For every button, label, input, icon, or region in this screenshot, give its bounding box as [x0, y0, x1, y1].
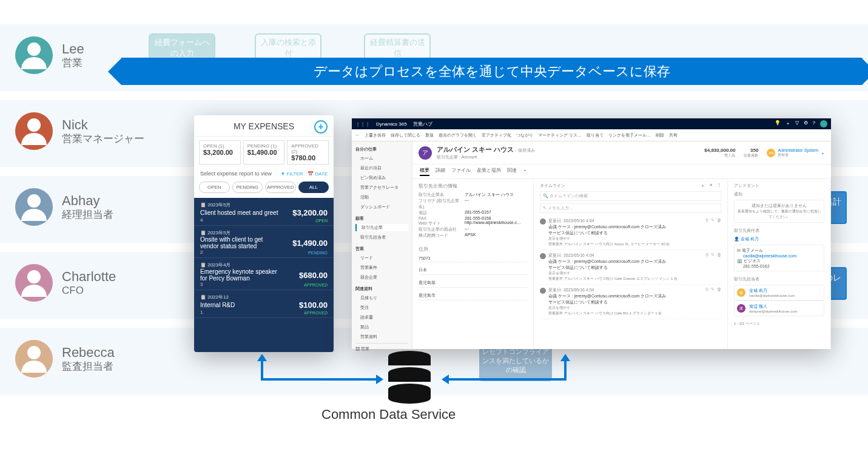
record-tab[interactable]: 詳細	[436, 167, 445, 176]
filter-pill-pending[interactable]: PENDING	[232, 181, 263, 193]
timeline-add-icon[interactable]: ＋	[701, 183, 705, 189]
nav-item[interactable]: 請求書	[355, 314, 408, 321]
tabs-more-icon[interactable]: ⌄	[523, 167, 527, 176]
filter-pill-all[interactable]: ALL	[298, 181, 329, 193]
address-line[interactable]: 鹿児島市	[419, 291, 527, 300]
database-icon	[388, 351, 431, 403]
timeline-action-icon[interactable]: ⚲	[705, 287, 708, 316]
nav-item[interactable]: 最近の項目	[355, 164, 408, 172]
record-tab[interactable]: 産業と場所	[477, 167, 501, 176]
waffle-icon[interactable]: ⋮⋮⋮	[355, 121, 370, 127]
timeline-entry[interactable]: 変更日: 2023/05/16 4:04 会議 ケース : jeremy@Con…	[540, 250, 721, 285]
nav-item[interactable]: 見積もり	[355, 294, 408, 302]
timeline-search-input[interactable]: 🔍 タイムラインの検索	[540, 191, 721, 201]
add-expense-button[interactable]: +	[314, 120, 328, 134]
timeline-action-icon[interactable]: 🗑	[717, 287, 721, 316]
address-line[interactable]: 75073	[419, 255, 527, 262]
primary-contact-link[interactable]: 👤 金城 莉乃	[734, 236, 824, 242]
assistant-title: アシスタント	[734, 183, 824, 189]
timeline-sort-icon[interactable]: ⋮	[717, 183, 721, 189]
filter-link[interactable]: ▼ FILTER	[280, 171, 303, 177]
expense-item[interactable]: 📋 2023年5月 Client hosted meet and greet$3…	[194, 198, 334, 226]
nav-item[interactable]: 取引先企業	[355, 224, 408, 231]
owner-link[interactable]: Administrator System	[778, 148, 818, 152]
user-avatar-icon[interactable]	[820, 120, 827, 127]
record-tab[interactable]: 概要	[420, 167, 429, 176]
summary-tile[interactable]: OPEN (1)$3,200.00	[199, 140, 241, 164]
avatar-icon	[15, 36, 53, 74]
cmd-item[interactable]: 非アクティブ化	[482, 132, 511, 138]
timeline-action-icon[interactable]: ✎	[711, 287, 715, 316]
nav-item[interactable]: ダッシュボード	[355, 203, 408, 211]
timeline-memo-input[interactable]: ✎ メモを入力…	[540, 203, 721, 213]
record-field[interactable]: フリガナ (取引先企業名)---	[419, 198, 527, 210]
cmd-item[interactable]: マーケティング リス…	[538, 132, 582, 138]
nav-item[interactable]: リード	[355, 254, 408, 262]
contact-phone: 281-555-0162	[737, 264, 821, 268]
d365-command-bar: ← 上書き保存保存して閉じる新規過去のグラフを開く非アクティブ化つながりマーケテ…	[352, 129, 831, 141]
timeline-action-icon[interactable]: ⚲	[705, 253, 708, 282]
timeline-entry[interactable]: 変更日: 2023/05/16 4:04 会議 ケース : jeremy@Con…	[540, 215, 721, 250]
filter-icon[interactable]: ▽	[795, 120, 799, 127]
timeline-filter-icon[interactable]: ≡	[710, 183, 712, 189]
record-field[interactable]: 取引先企業の親会社---	[419, 226, 527, 232]
cmd-item[interactable]: 保存して閉じる	[391, 132, 420, 138]
record-field[interactable]: Web サイトhttp://www.alpineskihouse.c…	[419, 220, 527, 226]
record-field[interactable]: 株式銘柄コードAPSK	[419, 232, 527, 239]
avatar-icon	[15, 264, 53, 302]
timeline-action-icon[interactable]: ✎	[711, 218, 715, 247]
nav-item[interactable]: 営業資料	[355, 333, 408, 341]
help-icon[interactable]: ?	[813, 120, 815, 127]
chevron-down-icon[interactable]: ⌄	[821, 150, 825, 155]
expense-item[interactable]: 📋 2023年5月 Onsite with client to get vend…	[194, 226, 334, 258]
cmd-item[interactable]: つながり	[516, 132, 533, 138]
cmd-item[interactable]: 共有	[669, 132, 678, 138]
back-button[interactable]: ←	[355, 133, 360, 137]
persona-nick: Nick営業マネージャー	[15, 112, 185, 150]
record-field[interactable]: 取引先企業名アルパイン スキー ハウス	[419, 192, 527, 198]
nav-item[interactable]: ホーム	[355, 155, 408, 162]
nav-item[interactable]: 製品	[355, 324, 408, 331]
timeline-action-icon[interactable]: ✎	[711, 253, 715, 282]
expense-item[interactable]: 📋 2022年12 Internal R&D$100.00 1APPROVED	[194, 290, 334, 318]
record-tab[interactable]: ファイル	[451, 167, 471, 176]
cmd-item[interactable]: 上書き保存	[365, 132, 386, 138]
contact-email-link[interactable]: cacilia@alpineskihouse.com	[737, 254, 821, 258]
date-link[interactable]: 📅 DATE	[308, 171, 328, 177]
nav-item[interactable]: 営業アクセラレータ	[355, 184, 408, 191]
cmd-item[interactable]: 過去のグラフを開く	[439, 132, 477, 138]
address-line[interactable]: 日本	[419, 266, 527, 275]
timeline-entry[interactable]: 変更日: 2023/05/16 4:04 会議 ケース : jeremy@Con…	[540, 285, 721, 319]
cmd-item[interactable]: 削除	[656, 132, 664, 138]
record-tab[interactable]: 関連	[507, 167, 517, 176]
contact-card[interactable]: 金 金城 莉乃cacilia@alpineskihouse.com	[734, 285, 824, 300]
filter-pill-approved[interactable]: APPROVED	[265, 181, 296, 193]
timeline-action-icon[interactable]: 🗑	[717, 218, 721, 247]
gear-icon[interactable]: ⚙	[804, 120, 808, 127]
select-report-label: Select expense report to view	[200, 171, 272, 177]
nav-footer[interactable]: ▦ 営業	[355, 347, 369, 351]
record-field[interactable]: FAX281-555-0158	[419, 216, 527, 220]
contact-card[interactable]: 渡 渡辺 颯人dwayne@alpineskihouse.com	[734, 300, 824, 316]
timeline-bullet-icon	[540, 288, 546, 294]
summary-tile[interactable]: APPROVED (2)$780.00	[287, 140, 329, 164]
lightbulb-icon[interactable]: 💡	[775, 120, 781, 127]
cmd-item[interactable]: リンクを電子メール…	[608, 132, 651, 138]
nav-item[interactable]: ピン留め済み	[355, 174, 408, 181]
d365-tabs: 概要詳細ファイル産業と場所関連⌄	[412, 164, 831, 179]
record-field[interactable]: 電話281-555-0157	[419, 210, 527, 216]
nav-item[interactable]: 営業案件	[355, 264, 408, 271]
address-line[interactable]: 鹿児島県	[419, 279, 527, 288]
timeline-action-icon[interactable]: 🗑	[717, 253, 721, 282]
timeline-action-icon[interactable]: ⚲	[705, 218, 708, 247]
plus-icon[interactable]: ＋	[786, 120, 790, 127]
nav-item[interactable]: 取引先担当者	[355, 234, 408, 241]
cmd-item[interactable]: 新規	[425, 132, 434, 138]
filter-pill-open[interactable]: OPEN	[199, 181, 230, 193]
expense-item[interactable]: 📋 2023年4月 Emergency keynote speaker for …	[194, 258, 334, 290]
summary-tile[interactable]: PENDING (1)$1,490.00	[243, 140, 285, 164]
nav-item[interactable]: 受注	[355, 304, 408, 311]
nav-item[interactable]: 活動	[355, 194, 408, 201]
cmd-item[interactable]: 取り当て	[587, 132, 604, 138]
nav-item[interactable]: 競合企業	[355, 274, 408, 281]
